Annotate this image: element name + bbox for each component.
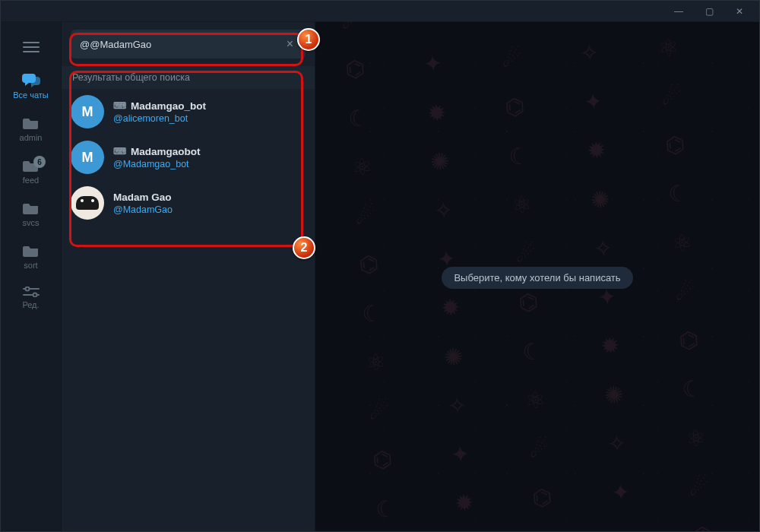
rail-item-edit[interactable]: Ред. xyxy=(1,279,61,318)
window-titlebar: — ▢ ✕ xyxy=(1,1,759,22)
search-box[interactable]: × xyxy=(71,30,306,59)
rail-item-admin[interactable]: admin xyxy=(1,109,61,151)
result-handle: @MadamGao xyxy=(113,204,173,215)
search-result[interactable]: Madam Gao @MadamGao xyxy=(62,180,315,226)
search-result[interactable]: M ⌨ Madamgaobot @Madamgao_bot xyxy=(62,135,315,180)
chat-list-pane: × Результаты общего поиска M ⌨ Madamgao_… xyxy=(62,22,315,532)
bot-icon: ⌨ xyxy=(113,146,126,157)
window-maximize-button[interactable]: ▢ xyxy=(694,1,724,22)
bot-icon: ⌨ xyxy=(113,100,126,111)
rail-item-label: admin xyxy=(20,133,43,142)
result-name: Madam Gao xyxy=(113,192,172,203)
svg-point-1 xyxy=(33,293,36,297)
svg-point-0 xyxy=(25,287,29,291)
main-menu-button[interactable] xyxy=(1,30,61,65)
folder-icon xyxy=(23,244,40,258)
window-close-button[interactable]: ✕ xyxy=(724,1,755,22)
clear-search-icon[interactable]: × xyxy=(283,34,296,54)
sliders-icon xyxy=(23,287,40,297)
chat-icon xyxy=(22,72,40,87)
rail-item-label: Все чаты xyxy=(13,90,49,100)
search-input[interactable] xyxy=(80,39,283,50)
menu-icon xyxy=(23,42,40,52)
rail-item-label: sort xyxy=(24,261,37,270)
avatar: M xyxy=(71,141,104,174)
empty-chat-placeholder: Выберите, кому хотели бы написать xyxy=(442,267,632,289)
search-result[interactable]: M ⌨ Madamgao_bot @alicemoren_bot xyxy=(62,89,315,135)
rail-item-label: svcs xyxy=(23,218,40,227)
window-minimize-button[interactable]: — xyxy=(663,1,694,22)
rail-item-feed[interactable]: 6 feed xyxy=(1,151,61,194)
folder-icon xyxy=(23,201,40,215)
avatar xyxy=(71,186,104,220)
chat-main-area: ✦ ☄ ✧ ⚛ ✺ ☾ ✹ ⌬ ✦ ☄ ✧ ⚛ ✺ ☾ ✹ ⌬ ✦ ☄ ✧ ⚛ … xyxy=(315,22,759,532)
folder-icon xyxy=(23,116,40,130)
rail-item-all-chats[interactable]: Все чаты xyxy=(1,65,61,109)
result-name: Madamgao_bot xyxy=(131,100,206,112)
avatar: M xyxy=(71,95,104,128)
rail-item-label: feed xyxy=(23,176,39,185)
rail-item-svcs[interactable]: svcs xyxy=(1,194,61,236)
rail-item-sort[interactable]: sort xyxy=(1,236,61,279)
result-handle: @Madamgao_bot xyxy=(113,159,201,169)
result-handle: @alicemoren_bot xyxy=(113,113,206,124)
result-name: Madamgaobot xyxy=(131,146,201,157)
unread-badge: 6 xyxy=(33,156,46,168)
rail-item-label: Ред. xyxy=(22,300,39,309)
nav-rail: Все чаты admin 6 feed svcs sort xyxy=(1,22,62,532)
results-section-header: Результаты общего поиска xyxy=(62,66,315,89)
search-row: × xyxy=(62,22,315,66)
